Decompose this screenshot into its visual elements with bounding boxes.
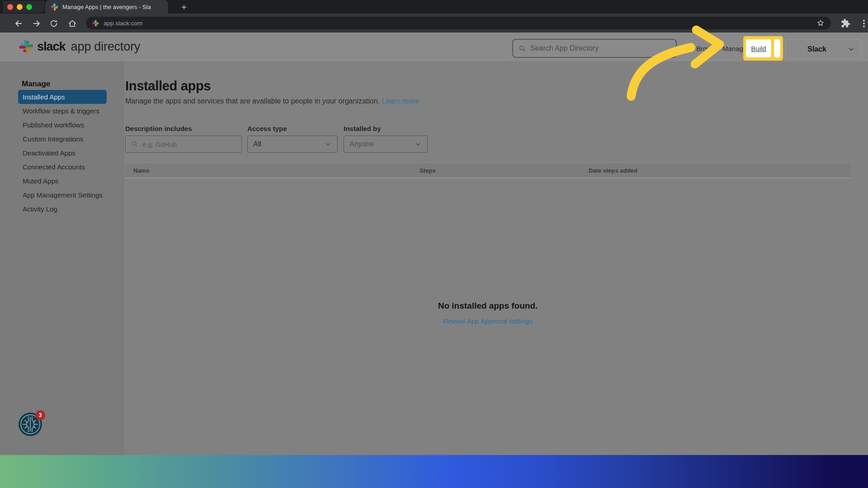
sidebar-item-deactivated-apps[interactable]: Deactivated Apps xyxy=(18,146,107,160)
new-tab-button[interactable] xyxy=(178,1,190,13)
url-text: app.slack.com xyxy=(104,20,812,27)
nav-build[interactable]: Build xyxy=(746,39,771,57)
extensions-puzzle-icon[interactable] xyxy=(840,18,851,29)
column-name: Name xyxy=(133,167,149,174)
empty-state: No installed apps found. Review App Appr… xyxy=(125,301,850,325)
sidebar-item-published-workflows[interactable]: Published workflows xyxy=(18,118,107,132)
logo-text-rest: app directory xyxy=(71,40,140,54)
slack-app-directory-logo[interactable]: slack app directory xyxy=(19,39,140,54)
window-controls xyxy=(3,1,44,13)
sidebar-item-activity-log[interactable]: Activity Log xyxy=(18,202,107,216)
workspace-selector[interactable]: Slack xyxy=(785,39,861,59)
tab-strip: Manage Apps | the avengers - Sla xyxy=(0,0,868,14)
workspace-avatar xyxy=(791,43,803,55)
browser-menu-dots-icon[interactable] xyxy=(859,18,868,29)
column-date-steps-added: Date steps added xyxy=(589,167,637,174)
installed-by-value: Anyone xyxy=(349,140,410,148)
maximize-window-button[interactable] xyxy=(26,4,32,10)
search-placeholder: Search App Directory xyxy=(530,44,599,52)
footer-gradient xyxy=(0,455,868,488)
chevron-down-icon xyxy=(847,45,855,53)
review-app-approval-link[interactable]: Review App Approval settings xyxy=(443,317,533,325)
sidebar-item-custom-integrations[interactable]: Custom Integrations xyxy=(18,132,107,146)
page-title: Installed apps xyxy=(125,79,211,94)
close-window-button[interactable] xyxy=(7,4,13,10)
home-icon[interactable] xyxy=(67,19,77,28)
sidebar-item-app-management-settings[interactable]: App Management Settings xyxy=(18,188,107,202)
workspace-name: Slack xyxy=(807,45,843,53)
page-subtitle: Manage the apps and services that are av… xyxy=(125,97,419,105)
sidebar-item-connected-accounts[interactable]: Connected Accounts xyxy=(18,160,107,174)
highlight-sliver xyxy=(774,39,780,57)
slack-favicon-icon xyxy=(92,20,99,27)
empty-state-title: No installed apps found. xyxy=(125,301,850,311)
app-directory-search-input[interactable]: Search App Directory xyxy=(512,39,677,58)
browser-tab[interactable]: Manage Apps | the avengers - Sla xyxy=(45,0,168,14)
chevron-down-icon xyxy=(414,141,422,148)
build-highlight-box: Build xyxy=(743,36,783,61)
screen: Manage Apps | the avengers - Sla app.sla… xyxy=(0,0,868,488)
annotation-arrow-icon xyxy=(0,0,868,488)
table-header-row: Name Steps Date steps added xyxy=(125,163,850,178)
search-icon xyxy=(519,45,526,52)
sidebar-item-workflow-steps[interactable]: Workflow steps & triggers xyxy=(18,104,107,118)
reload-icon[interactable] xyxy=(49,19,59,28)
filter-access-label: Access type xyxy=(247,125,287,132)
installed-by-select[interactable]: Anyone xyxy=(344,136,428,153)
extension-avatar[interactable]: 3 xyxy=(18,412,42,436)
filter-installed-label: Installed by xyxy=(344,125,381,132)
sidebar-item-installed-apps[interactable]: Installed Apps xyxy=(18,90,107,104)
tab-title: Manage Apps | the avengers - Sla xyxy=(62,4,151,10)
description-filter-placeholder: e.g. GitHub xyxy=(142,141,177,148)
subtitle-text: Manage the apps and services that are av… xyxy=(125,97,380,105)
sidebar-list: Installed Apps Workflow steps & triggers… xyxy=(18,90,107,216)
notification-badge: 3 xyxy=(35,410,45,420)
nav-browse[interactable]: Browse xyxy=(696,45,719,52)
back-icon[interactable] xyxy=(14,19,24,28)
plus-icon xyxy=(180,4,188,11)
url-bar[interactable]: app.slack.com xyxy=(86,17,831,29)
chevron-down-icon xyxy=(324,141,332,148)
access-type-select[interactable]: All xyxy=(247,136,338,153)
sidebar-title: Manage xyxy=(22,80,50,89)
minimize-window-button[interactable] xyxy=(17,4,23,10)
column-steps: Steps xyxy=(420,167,435,174)
access-type-value: All xyxy=(253,140,320,148)
filter-description-label: Description includes xyxy=(125,125,192,132)
learn-more-link[interactable]: Learn more xyxy=(382,97,419,105)
description-filter-input[interactable]: e.g. GitHub xyxy=(125,136,242,153)
slack-favicon-icon xyxy=(51,3,58,11)
bookmark-star-icon[interactable] xyxy=(816,19,825,27)
forward-icon[interactable] xyxy=(32,19,42,28)
logo-text-bold: slack xyxy=(37,40,66,54)
slack-logo-icon xyxy=(19,39,33,54)
sidebar-item-muted-apps[interactable]: Muted Apps xyxy=(18,174,107,188)
build-label: Build xyxy=(751,45,766,52)
search-icon xyxy=(131,141,138,148)
